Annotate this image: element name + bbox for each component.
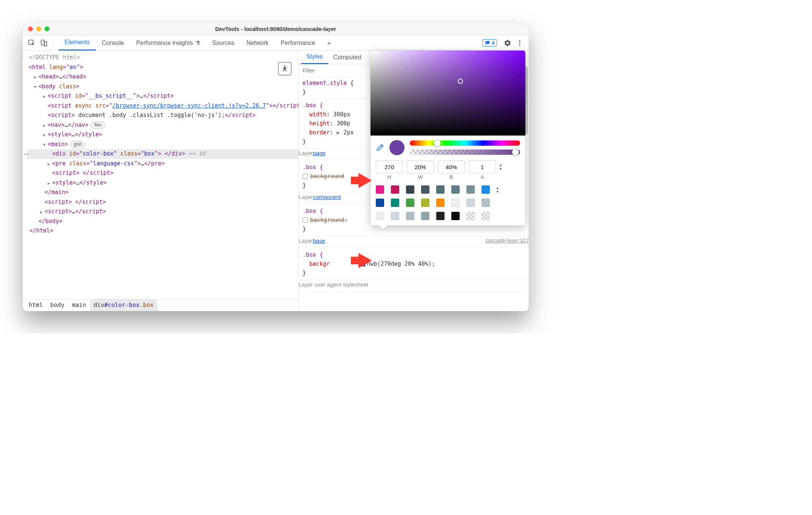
body-node[interactable]: <body class> bbox=[39, 83, 79, 90]
tab-console[interactable]: Console bbox=[96, 35, 130, 51]
issues-badge[interactable]: 4 bbox=[482, 39, 497, 46]
collapse-icon[interactable]: ▼ bbox=[43, 142, 47, 149]
palette-swatch[interactable] bbox=[466, 199, 475, 207]
tab-sources[interactable]: Sources bbox=[206, 35, 241, 51]
head-node[interactable]: <head> bbox=[39, 73, 59, 80]
expand-icon[interactable]: ▶ bbox=[40, 209, 44, 216]
css-property[interactable]: background bbox=[310, 217, 344, 224]
tab-performance[interactable]: Performance bbox=[275, 35, 321, 51]
elements-panel: <!DOCTYPE html> <html lang="en"> ▶<head>… bbox=[23, 51, 298, 311]
palette-swatch[interactable] bbox=[406, 185, 414, 194]
subtab-styles[interactable]: Styles bbox=[301, 51, 328, 64]
property-toggle[interactable] bbox=[303, 174, 308, 179]
palette-swatch[interactable] bbox=[482, 199, 490, 207]
collapse-icon[interactable]: ▼ bbox=[34, 84, 38, 91]
palette-swatch[interactable] bbox=[421, 199, 429, 207]
palette-swatch[interactable] bbox=[391, 185, 399, 194]
doctype-node[interactable]: <!DOCTYPE html> bbox=[29, 54, 80, 61]
tab-elements[interactable]: Elements bbox=[59, 35, 96, 51]
palette-swatch[interactable] bbox=[421, 185, 429, 194]
palette-swatch[interactable] bbox=[376, 185, 384, 194]
palette-swatch[interactable] bbox=[376, 199, 384, 207]
format-stepper-icon[interactable]: ▲▼ bbox=[499, 163, 502, 171]
settings-icon[interactable] bbox=[502, 38, 513, 48]
svg-point-5 bbox=[519, 45, 520, 46]
message-icon bbox=[485, 40, 490, 46]
palette-swatch[interactable] bbox=[421, 212, 429, 220]
expand-icon[interactable]: ▶ bbox=[43, 132, 47, 139]
css-value[interactable]: hwb(270deg 20% 40%); bbox=[367, 261, 435, 267]
color-field-cursor[interactable] bbox=[458, 79, 463, 84]
palette-swatch[interactable] bbox=[466, 185, 475, 194]
breadcrumb-item[interactable]: html bbox=[25, 299, 46, 311]
palette-stepper-icon[interactable]: ▲▼ bbox=[496, 186, 499, 194]
alpha-input[interactable] bbox=[469, 160, 496, 173]
kebab-menu-icon[interactable] bbox=[514, 38, 525, 48]
layout-pill-grid[interactable]: grid bbox=[70, 141, 85, 148]
palette-swatch[interactable] bbox=[436, 212, 445, 220]
palette-swatch[interactable] bbox=[466, 212, 475, 220]
flask-icon: ⚗ bbox=[195, 40, 200, 46]
breadcrumb-item[interactable]: main bbox=[68, 299, 90, 311]
window-title: DevTools - localhost:8080/demo/cascade-l… bbox=[23, 26, 529, 32]
svg-point-6 bbox=[284, 65, 286, 67]
script-src-link[interactable]: /browser-sync/browser-sync-client.js?v=2… bbox=[113, 102, 266, 109]
palette-swatch[interactable] bbox=[482, 212, 490, 220]
layer-link[interactable]: base bbox=[313, 236, 326, 245]
expand-icon[interactable]: ▶ bbox=[48, 161, 51, 168]
palette-swatch[interactable] bbox=[406, 212, 414, 220]
label-w: W bbox=[407, 174, 434, 180]
subtab-computed[interactable]: Computed bbox=[328, 51, 367, 64]
expand-icon[interactable]: ▶ bbox=[43, 122, 47, 130]
layer-link[interactable]: component bbox=[313, 193, 341, 202]
palette-swatch[interactable] bbox=[406, 199, 414, 207]
selected-dom-node[interactable]: <div id="color-box" class="box"> </div> … bbox=[27, 149, 298, 159]
palette-swatch[interactable] bbox=[436, 185, 445, 194]
palette-swatch[interactable] bbox=[376, 212, 384, 220]
issues-count: 4 bbox=[492, 40, 494, 46]
html-open-tag[interactable]: <html lang="en"> bbox=[29, 64, 83, 71]
layout-pill-flex[interactable]: flex bbox=[91, 122, 105, 129]
tab-network[interactable]: Network bbox=[240, 35, 275, 51]
main-toolbar: Elements Console Performance insights⚗ S… bbox=[23, 35, 529, 51]
alpha-thumb[interactable] bbox=[512, 149, 519, 156]
expand-icon[interactable]: ▶ bbox=[34, 74, 38, 81]
hue-slider[interactable] bbox=[410, 140, 520, 146]
color-field[interactable] bbox=[370, 51, 525, 136]
palette-swatch[interactable] bbox=[451, 212, 460, 220]
breadcrumb-item-selected[interactable]: div#color-box.box bbox=[90, 299, 157, 311]
palette-swatch[interactable] bbox=[391, 212, 399, 220]
source-link[interactable]: cascade-layer:317 bbox=[486, 236, 529, 245]
hue-thumb[interactable] bbox=[434, 140, 441, 146]
layer-link[interactable]: page bbox=[313, 149, 326, 158]
whiteness-input[interactable] bbox=[407, 160, 434, 173]
more-tabs-icon[interactable]: » bbox=[321, 35, 337, 51]
breadcrumb-item[interactable]: body bbox=[46, 299, 68, 311]
device-toolbar-icon[interactable] bbox=[39, 38, 49, 48]
accessibility-tree-icon[interactable] bbox=[278, 62, 292, 76]
separator bbox=[54, 39, 54, 48]
expand-icon[interactable]: ▶ bbox=[48, 180, 51, 187]
layer-label: Layer user agent stylesheet bbox=[299, 280, 368, 289]
palette-swatch[interactable] bbox=[436, 199, 445, 207]
property-toggle[interactable] bbox=[303, 217, 308, 223]
rule-selector: .box { bbox=[303, 208, 323, 214]
hue-input[interactable] bbox=[376, 160, 403, 173]
palette-swatch[interactable] bbox=[391, 199, 399, 207]
alpha-slider[interactable] bbox=[410, 150, 520, 155]
css-property[interactable]: background bbox=[310, 173, 344, 180]
rule-selector: .box { bbox=[303, 164, 323, 171]
rule-selector: element.style bbox=[303, 80, 347, 86]
tab-performance-insights[interactable]: Performance insights⚗ bbox=[130, 35, 206, 51]
palette-swatch[interactable] bbox=[451, 185, 460, 194]
dom-tree[interactable]: <!DOCTYPE html> <html lang="en"> ▶<head>… bbox=[23, 51, 298, 236]
inspect-element-icon[interactable] bbox=[26, 38, 37, 48]
blackness-input[interactable] bbox=[438, 160, 465, 173]
eyedropper-icon[interactable] bbox=[376, 143, 384, 152]
breadcrumb: html body main div#color-box.box bbox=[23, 299, 298, 311]
svg-point-4 bbox=[519, 42, 520, 43]
palette-swatch[interactable] bbox=[451, 199, 460, 207]
rule-layer-ua: Layer user agent stylesheet bbox=[299, 279, 529, 293]
palette-swatch[interactable] bbox=[482, 185, 490, 194]
expand-icon[interactable]: ▶ bbox=[43, 93, 47, 100]
